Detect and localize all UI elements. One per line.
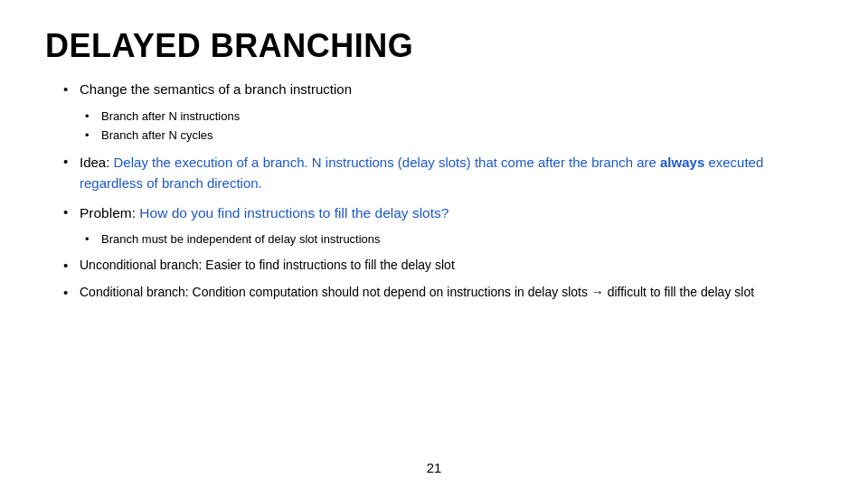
bullet-dot-uncond: • — [63, 256, 80, 277]
bullet-idea-text: Idea: Delay the execution of a branch. N… — [80, 152, 823, 194]
sub-bullet-n-cycles-text: Branch after N cycles — [101, 127, 213, 145]
bullet-dot-cond: • — [63, 283, 80, 304]
bullet-conditional: • Conditional branch: Condition computat… — [45, 283, 823, 304]
sub-dot-2: • — [85, 127, 101, 145]
idea-main-text: Delay the execution of a branch. N instr… — [80, 155, 763, 191]
sub-bullet-n-cycles: • Branch after N cycles — [45, 127, 823, 145]
bullet-problem-text: Problem: How do you find instructions to… — [80, 202, 448, 223]
idea-bold: always — [660, 155, 704, 170]
bullet-idea: • Idea: Delay the execution of a branch.… — [45, 152, 823, 194]
problem-prefix: Problem: — [80, 205, 139, 221]
sub-dot-3: • — [85, 230, 101, 249]
bottom-bullets: • Unconditional branch: Easier to find i… — [45, 256, 823, 304]
page-number: 21 — [0, 460, 868, 475]
sub-bullet-independent-text: Branch must be independent of delay slot… — [101, 230, 381, 249]
bullet-change-semantics: • Change the semantics of a branch instr… — [45, 80, 823, 100]
slide-title: DELAYED BRANCHING — [45, 27, 823, 65]
bullet-unconditional-text: Unconditional branch: Easier to find ins… — [80, 256, 455, 275]
idea-prefix: Idea: — [80, 155, 114, 170]
bullet-unconditional: • Unconditional branch: Easier to find i… — [45, 256, 823, 277]
bullet-dot-problem: • — [63, 202, 80, 223]
sub-bullet-n-instructions-text: Branch after N instructions — [101, 108, 240, 126]
bullet-conditional-text: Conditional branch: Condition computatio… — [80, 283, 754, 302]
bullet-dot-idea: • — [63, 152, 80, 173]
sub-bullet-independent: • Branch must be independent of delay sl… — [45, 230, 823, 249]
bullet-problem: • Problem: How do you find instructions … — [45, 202, 823, 223]
bullet-dot-1: • — [63, 80, 80, 100]
slide: DELAYED BRANCHING • Change the semantics… — [0, 0, 868, 488]
idea-text-part1: Delay the execution of a branch. N instr… — [114, 155, 660, 170]
sub-dot-1: • — [85, 108, 101, 126]
sub-bullet-n-instructions: • Branch after N instructions — [45, 108, 823, 126]
problem-main: How do you find instructions to fill the… — [139, 205, 448, 221]
bullet-change-semantics-text: Change the semantics of a branch instruc… — [80, 80, 352, 100]
